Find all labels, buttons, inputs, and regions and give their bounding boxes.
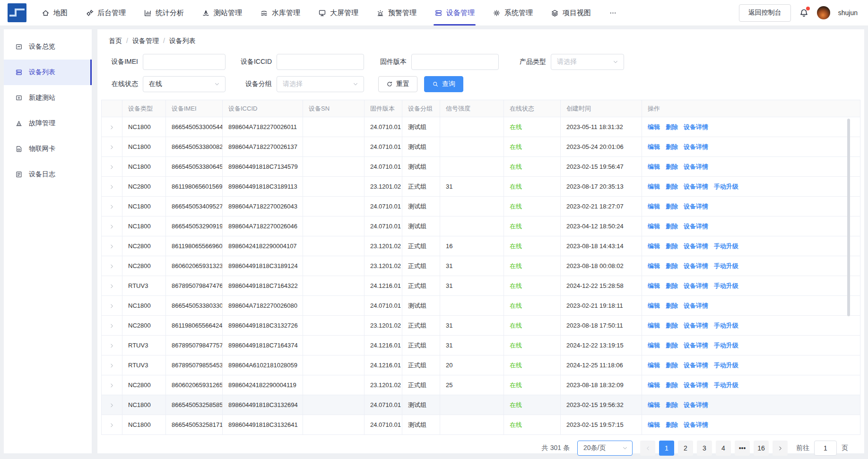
edit-link[interactable]: 编辑 bbox=[648, 282, 660, 289]
device-detail-link[interactable]: 设备详情 bbox=[684, 223, 708, 230]
device-detail-link[interactable]: 设备详情 bbox=[684, 143, 708, 150]
delete-link[interactable]: 删除 bbox=[666, 163, 678, 170]
search-button[interactable]: 查询 bbox=[424, 76, 463, 92]
online-status-select[interactable]: 在线 bbox=[143, 76, 226, 92]
device-detail-link[interactable]: 设备详情 bbox=[684, 302, 708, 309]
edit-link[interactable]: 编辑 bbox=[648, 123, 660, 130]
device-detail-link[interactable]: 设备详情 bbox=[684, 421, 708, 428]
sidebar-item-iot[interactable]: 物联网卡 bbox=[4, 136, 92, 162]
expand-row-button[interactable] bbox=[109, 422, 115, 428]
device-detail-link[interactable]: 设备详情 bbox=[684, 262, 708, 269]
manual-upgrade-link[interactable]: 手动升级 bbox=[714, 362, 738, 369]
delete-link[interactable]: 删除 bbox=[666, 342, 678, 349]
edit-link[interactable]: 编辑 bbox=[648, 223, 660, 230]
sidebar-item-overview[interactable]: 设备总览 bbox=[4, 34, 92, 60]
page-button-4[interactable]: 4 bbox=[716, 441, 731, 456]
sidebar-item-fault[interactable]: 故障管理 bbox=[4, 111, 92, 136]
page-button-1[interactable]: 1 bbox=[659, 441, 674, 456]
page-button-2[interactable]: 2 bbox=[678, 441, 693, 456]
iccid-input[interactable] bbox=[277, 54, 364, 70]
delete-link[interactable]: 删除 bbox=[666, 362, 678, 369]
edit-link[interactable]: 编辑 bbox=[648, 262, 660, 269]
notification-bell[interactable] bbox=[799, 8, 809, 18]
device-detail-link[interactable]: 设备详情 bbox=[684, 322, 708, 329]
next-page-button[interactable] bbox=[773, 441, 788, 456]
manual-upgrade-link[interactable]: 手动升级 bbox=[714, 322, 738, 329]
edit-link[interactable]: 编辑 bbox=[648, 183, 660, 190]
expand-row-button[interactable] bbox=[109, 243, 115, 250]
delete-link[interactable]: 删除 bbox=[666, 242, 678, 250]
nav-item-reservoir[interactable]: 水库管理 bbox=[259, 0, 301, 26]
breadcrumb-item[interactable]: 设备管理 bbox=[132, 37, 159, 45]
nav-item-station[interactable]: 测站管理 bbox=[201, 0, 243, 26]
expand-row-button[interactable] bbox=[109, 204, 115, 210]
page-button-16[interactable]: 16 bbox=[754, 441, 769, 456]
delete-link[interactable]: 删除 bbox=[666, 421, 678, 428]
device-detail-link[interactable]: 设备详情 bbox=[684, 203, 708, 210]
device-detail-link[interactable]: 设备详情 bbox=[684, 242, 708, 250]
edit-link[interactable]: 编辑 bbox=[648, 203, 660, 210]
expand-row-button[interactable] bbox=[109, 224, 115, 230]
sidebar-item-list[interactable]: 设备列表 bbox=[4, 60, 92, 85]
manual-upgrade-link[interactable]: 手动升级 bbox=[714, 342, 738, 349]
edit-link[interactable]: 编辑 bbox=[648, 381, 660, 389]
expand-row-button[interactable] bbox=[109, 382, 115, 389]
delete-link[interactable]: 删除 bbox=[666, 401, 678, 408]
manual-upgrade-link[interactable]: 手动升级 bbox=[714, 262, 738, 269]
edit-link[interactable]: 编辑 bbox=[648, 163, 660, 170]
avatar[interactable] bbox=[817, 6, 830, 19]
delete-link[interactable]: 删除 bbox=[666, 183, 678, 190]
page-size-select[interactable]: 20条/页 bbox=[577, 441, 633, 456]
edit-link[interactable]: 编辑 bbox=[648, 242, 660, 250]
device-detail-link[interactable]: 设备详情 bbox=[684, 401, 708, 408]
nav-item-more[interactable] bbox=[608, 0, 618, 26]
expand-row-button[interactable] bbox=[109, 144, 115, 150]
pagination-ellipsis[interactable]: ••• bbox=[735, 441, 750, 456]
device-detail-link[interactable]: 设备详情 bbox=[684, 282, 708, 289]
delete-link[interactable]: 删除 bbox=[666, 262, 678, 269]
edit-link[interactable]: 编辑 bbox=[648, 143, 660, 150]
edit-link[interactable]: 编辑 bbox=[648, 401, 660, 408]
delete-link[interactable]: 删除 bbox=[666, 123, 678, 130]
delete-link[interactable]: 删除 bbox=[666, 322, 678, 329]
expand-row-button[interactable] bbox=[109, 184, 115, 190]
nav-item-home[interactable]: 地图 bbox=[41, 0, 69, 26]
table-scrollbar[interactable] bbox=[847, 119, 850, 316]
expand-row-button[interactable] bbox=[109, 303, 115, 309]
expand-row-button[interactable] bbox=[109, 402, 115, 408]
sidebar-item-log[interactable]: 设备日志 bbox=[4, 162, 92, 187]
nav-item-alarm[interactable]: 预警管理 bbox=[375, 0, 417, 26]
goto-page-input[interactable] bbox=[814, 441, 837, 456]
manual-upgrade-link[interactable]: 手动升级 bbox=[714, 183, 738, 190]
imei-input[interactable] bbox=[143, 54, 226, 70]
username[interactable]: shujun bbox=[838, 9, 858, 17]
prev-page-button[interactable] bbox=[640, 441, 655, 456]
device-detail-link[interactable]: 设备详情 bbox=[684, 362, 708, 369]
delete-link[interactable]: 删除 bbox=[666, 203, 678, 210]
device-detail-link[interactable]: 设备详情 bbox=[684, 381, 708, 389]
edit-link[interactable]: 编辑 bbox=[648, 342, 660, 349]
nav-item-device[interactable]: 设备管理 bbox=[434, 0, 476, 26]
delete-link[interactable]: 删除 bbox=[666, 143, 678, 150]
manual-upgrade-link[interactable]: 手动升级 bbox=[714, 381, 738, 389]
delete-link[interactable]: 删除 bbox=[666, 223, 678, 230]
device-detail-link[interactable]: 设备详情 bbox=[684, 123, 708, 130]
reset-button[interactable]: 重置 bbox=[378, 76, 417, 92]
edit-link[interactable]: 编辑 bbox=[648, 302, 660, 309]
nav-item-gear[interactable]: 系统管理 bbox=[492, 0, 534, 26]
edit-link[interactable]: 编辑 bbox=[648, 322, 660, 329]
nav-item-gears[interactable]: 后台管理 bbox=[85, 0, 127, 26]
expand-row-button[interactable] bbox=[109, 263, 115, 269]
firmware-input[interactable] bbox=[411, 54, 499, 70]
delete-link[interactable]: 删除 bbox=[666, 302, 678, 309]
expand-row-button[interactable] bbox=[109, 164, 115, 170]
expand-row-button[interactable] bbox=[109, 363, 115, 369]
expand-row-button[interactable] bbox=[109, 124, 115, 130]
manual-upgrade-link[interactable]: 手动升级 bbox=[714, 242, 738, 250]
device-detail-link[interactable]: 设备详情 bbox=[684, 163, 708, 170]
device-detail-link[interactable]: 设备详情 bbox=[684, 183, 708, 190]
expand-row-button[interactable] bbox=[109, 283, 115, 289]
device-group-select[interactable]: 请选择 bbox=[277, 76, 364, 92]
nav-item-layers[interactable]: 项目视图 bbox=[550, 0, 592, 26]
product-type-select[interactable]: 请选择 bbox=[551, 54, 624, 70]
